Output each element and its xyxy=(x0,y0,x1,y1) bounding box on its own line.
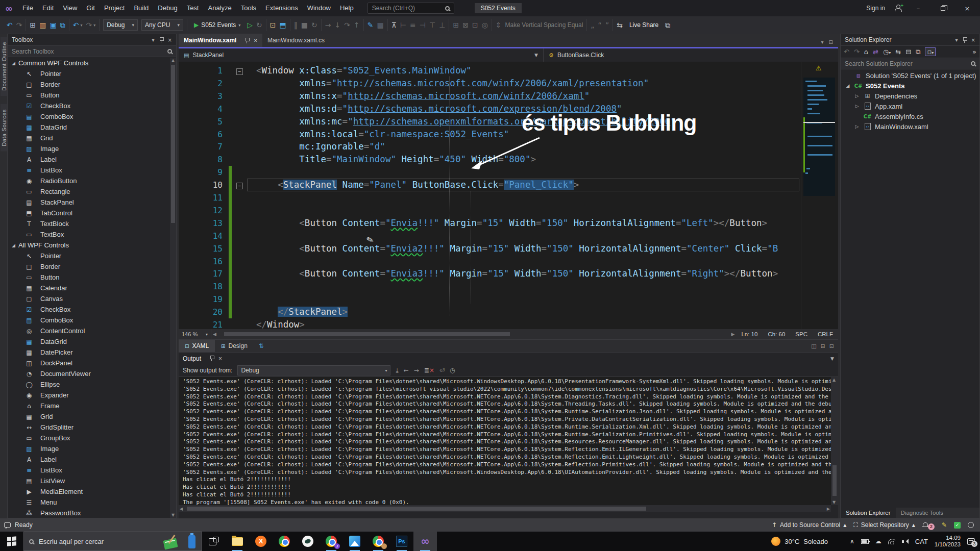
live-share-label[interactable]: Live Share xyxy=(626,19,662,31)
undo-icon[interactable]: ↶ xyxy=(73,19,79,31)
chevron-down-icon[interactable]: ▼ xyxy=(830,356,834,361)
home-icon[interactable]: ⌂ xyxy=(864,48,868,56)
code-line[interactable]: 19 xyxy=(179,293,838,306)
stop-icon[interactable]: ■ xyxy=(301,19,308,31)
solution-platform-dropdown[interactable]: Any CPU▾ xyxy=(141,19,183,31)
pin-icon[interactable] xyxy=(209,355,214,362)
battery-icon[interactable] xyxy=(861,539,869,544)
word-wrap-icon[interactable]: ⏎ xyxy=(439,367,445,374)
fold-collapse-icon[interactable]: − xyxy=(236,68,243,75)
taskbar-app-visual-studio[interactable]: ∞ xyxy=(413,532,437,551)
toolbox-item-button[interactable]: ▭Button xyxy=(8,272,170,283)
swap-panes-icon[interactable]: ⇅ xyxy=(259,342,264,349)
toolbox-item-textbox[interactable]: ▭TextBox xyxy=(8,229,170,240)
menu-item-help[interactable]: Help xyxy=(335,0,358,16)
toolbox-item-image[interactable]: ▨Image xyxy=(8,443,170,454)
xaml-grid-icon[interactable]: ▦ xyxy=(377,19,383,31)
toolbox-item-image[interactable]: ▨Image xyxy=(8,143,170,154)
sync-active-document-icon[interactable]: ⇄ xyxy=(873,48,878,56)
show-all-files-icon[interactable]: ▫▾ xyxy=(925,47,936,56)
toolbox-item-combobox[interactable]: ▤ComboBox xyxy=(8,315,170,325)
switch-views-icon[interactable]: ⇆ xyxy=(895,48,901,56)
goto-message-icon[interactable]: ⤓ xyxy=(396,367,398,374)
hidden-icons-chevron[interactable]: ∧ xyxy=(850,538,854,545)
tab-list-icon[interactable]: ▾ xyxy=(821,39,824,45)
collapse-all-icon[interactable]: ⊟ xyxy=(905,48,911,56)
taskbar-app-file-explorer[interactable] xyxy=(226,532,249,551)
vertical-spacing-icon[interactable]: ⇕ xyxy=(496,19,502,31)
vertical-split-icon[interactable]: ◫ xyxy=(811,343,816,349)
overflow-icon[interactable]: » xyxy=(972,48,976,56)
collapsed-icon[interactable]: ▷ xyxy=(854,124,860,129)
restart-icon[interactable]: ↻ xyxy=(311,19,317,31)
toolbox-item-groupbox[interactable]: ▭GroupBox xyxy=(8,433,170,443)
quick-search-box[interactable]: Search (Ctrl+Q) xyxy=(368,3,454,14)
menu-item-window[interactable]: Window xyxy=(303,0,335,16)
pause-icon[interactable]: ‖ xyxy=(294,19,298,31)
taskbar-app-task-view[interactable] xyxy=(202,532,226,551)
toolbox-item-ellipse[interactable]: ◯Ellipse xyxy=(8,379,170,390)
live-share-icon[interactable]: ⇆ xyxy=(617,19,623,31)
align-centers-icon[interactable]: ≡ xyxy=(410,19,416,31)
back-icon[interactable]: ↶ xyxy=(844,48,849,56)
menu-item-analyze[interactable]: Analyze xyxy=(203,0,236,16)
action-center-icon[interactable]: 3 xyxy=(967,538,975,545)
forward-icon[interactable]: ↷ xyxy=(854,48,860,56)
code-line[interactable]: 21</Window> xyxy=(179,318,838,329)
xaml-edit-icon[interactable]: ✎ xyxy=(368,19,374,31)
menu-item-debug[interactable]: Debug xyxy=(153,0,182,16)
horizontal-split-icon[interactable]: ⊟ xyxy=(821,343,825,349)
toolbox-item-dockpanel[interactable]: ◫DockPanel xyxy=(8,358,170,368)
tool-tab-diagnostic-tools[interactable]: Diagnostic Tools xyxy=(896,508,949,518)
output-source-dropdown[interactable]: Debug ▾ xyxy=(237,365,390,375)
menu-item-edit[interactable]: Edit xyxy=(38,0,58,16)
zoom-icon[interactable]: ◎ xyxy=(482,19,488,31)
fold-collapse-icon[interactable]: − xyxy=(236,183,243,189)
tree-item-solution-s052-events-1-of-1-project-[interactable]: ⧈Solution 'S052 Events' (1 of 1 project) xyxy=(841,70,979,81)
restore-button[interactable] xyxy=(935,5,950,12)
select-repository-button[interactable]: ⛶ Select Repository ▲ xyxy=(853,521,915,529)
pending-changes-filter-icon[interactable]: ◷▾ xyxy=(883,48,891,56)
toolbox-item-label[interactable]: ALabel xyxy=(8,154,170,165)
toolbox-item-frame[interactable]: ⌂Frame xyxy=(8,400,170,411)
toolbox-search-box[interactable]: Search Toolbox xyxy=(8,46,176,57)
nav-forward-icon[interactable]: ↷ xyxy=(16,19,22,31)
timestamp-icon[interactable]: ◷ xyxy=(450,367,455,374)
quote-a-icon[interactable]: „ xyxy=(591,19,594,31)
scroll-right-icon[interactable]: ▶ xyxy=(730,332,737,337)
toolbox-item-calendar[interactable]: ▦Calendar xyxy=(8,283,170,293)
align-middles-icon[interactable]: ⊥ xyxy=(439,19,445,31)
open-file-icon[interactable]: ▥ xyxy=(39,19,46,31)
step-out-icon[interactable]: ↑ xyxy=(354,19,360,31)
toolbox-item-checkbox[interactable]: ☑CheckBox xyxy=(8,101,170,111)
toolbox-item-listbox[interactable]: ≡ListBox xyxy=(8,465,170,475)
language-indicator[interactable]: CAT xyxy=(915,538,928,545)
output-console[interactable]: 'S052 Events.exe' (CoreCLR: clrhost): Lo… xyxy=(179,377,831,505)
toolbox-item-combobox[interactable]: ▤ComboBox xyxy=(8,111,170,122)
zoom-level-dropdown[interactable]: 146 % ▾ xyxy=(179,329,211,339)
align-lefts-icon[interactable]: ⊢ xyxy=(400,19,406,31)
toolbox-item-gridsplitter[interactable]: ↔GridSplitter xyxy=(8,422,170,433)
code-editor[interactable]: 1−<Window x:Class="S052_Events.MainWindo… xyxy=(179,62,838,329)
tree-item-s052-events[interactable]: ◢C#S052 Events xyxy=(841,81,979,91)
toolbox-item-datagrid[interactable]: ▦DataGrid xyxy=(8,122,170,133)
toolbox-item-label[interactable]: ALabel xyxy=(8,454,170,465)
align-rights-icon[interactable]: ⊣ xyxy=(420,19,426,31)
start-button[interactable] xyxy=(0,532,23,551)
toolbox-item-contentcontrol[interactable]: ◎ContentControl xyxy=(8,325,170,336)
float-icon[interactable]: ⊟ xyxy=(829,39,833,45)
breadcrumb-element-dropdown[interactable]: ▤ StackPanel ▼ xyxy=(179,48,544,62)
window-position-icon[interactable]: ▾ xyxy=(152,37,155,43)
scroll-left-icon[interactable]: ◀ xyxy=(211,332,218,337)
toolbox-item-border[interactable]: □Border xyxy=(8,261,170,272)
toolbox-item-pointer[interactable]: ↖Pointer xyxy=(8,68,170,79)
scroll-down-icon[interactable]: ▼ xyxy=(170,513,176,517)
toolbox-item-passwordbox[interactable]: ⁂PasswordBox xyxy=(8,508,170,518)
sign-in-button[interactable]: Sign in xyxy=(866,5,885,12)
toolbox-item-listbox[interactable]: ≡ListBox xyxy=(8,165,170,176)
scrollbar-map-column[interactable]: ⚠ xyxy=(801,62,838,329)
pin-icon[interactable] xyxy=(244,37,250,44)
quote-c-icon[interactable]: ” xyxy=(605,19,609,31)
eol-indicator[interactable]: CRLF xyxy=(813,331,838,337)
scroll-up-icon[interactable]: ▲ xyxy=(170,58,176,63)
